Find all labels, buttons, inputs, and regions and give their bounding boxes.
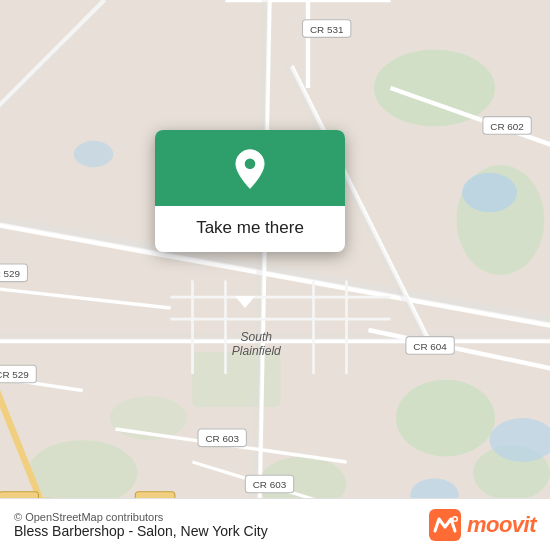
svg-text:CR 603: CR 603 [205, 433, 239, 444]
popup-card: Take me there [155, 130, 345, 252]
svg-text:CR 529: CR 529 [0, 369, 29, 380]
bottom-bar-left: © OpenStreetMap contributors Bless Barbe… [14, 511, 268, 539]
take-me-there-button[interactable]: Take me there [196, 218, 304, 238]
map-container: CR 531 CR 602 CR 529 CR 529 CR 604 CR 60… [0, 0, 550, 550]
map-background: CR 531 CR 602 CR 529 CR 529 CR 604 CR 60… [0, 0, 550, 550]
svg-text:South: South [240, 330, 272, 344]
svg-text:CR 529: CR 529 [0, 268, 21, 279]
svg-point-60 [245, 159, 256, 170]
svg-text:CR 603: CR 603 [253, 479, 287, 490]
moovit-icon-svg [429, 509, 461, 541]
svg-point-5 [28, 440, 138, 506]
svg-rect-8 [193, 352, 281, 407]
svg-point-9 [462, 173, 517, 213]
svg-text:CR 602: CR 602 [490, 121, 524, 132]
osm-credit: © OpenStreetMap contributors [14, 511, 268, 523]
popup-green-section [155, 130, 345, 206]
moovit-text: moovit [467, 512, 536, 538]
popup-button-section[interactable]: Take me there [155, 206, 345, 252]
location-name: Bless Barbershop - Salon, New York City [14, 523, 268, 539]
svg-text:CR 531: CR 531 [310, 24, 344, 35]
bottom-bar: © OpenStreetMap contributors Bless Barbe… [0, 498, 550, 550]
location-pin-icon [228, 148, 272, 192]
svg-point-11 [74, 141, 114, 167]
svg-text:CR 604: CR 604 [413, 341, 447, 352]
moovit-logo: moovit [429, 509, 536, 541]
svg-text:Plainfield: Plainfield [232, 344, 282, 358]
svg-point-3 [396, 380, 495, 457]
svg-point-63 [453, 517, 456, 520]
popup-tail [235, 296, 255, 308]
